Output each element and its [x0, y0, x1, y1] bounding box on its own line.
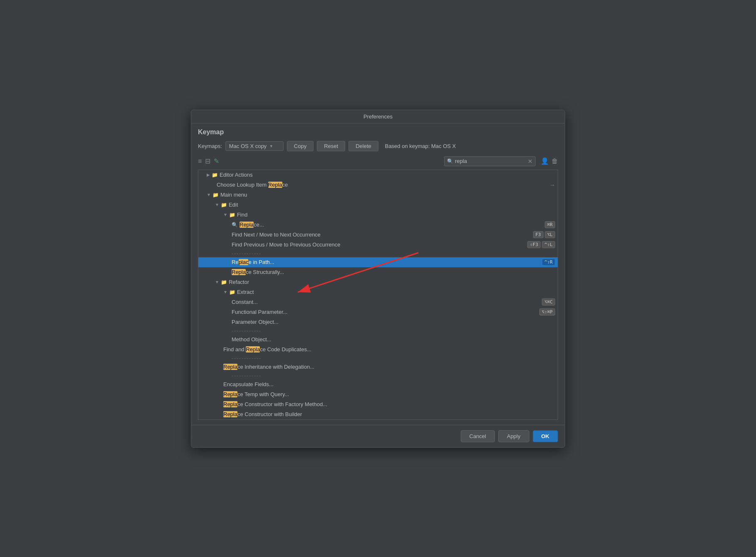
trash-icon[interactable]: 🗑 — [551, 158, 558, 165]
shortcut-badge-group: ^⇧R — [542, 259, 555, 266]
delete-button[interactable]: Delete — [348, 141, 378, 151]
expand-icon: ▼ — [215, 280, 219, 284]
key-badge: ^⇧R — [542, 259, 555, 266]
title-bar: Preferences — [191, 110, 565, 123]
folder-icon: 📁 — [212, 172, 218, 178]
copy-button[interactable]: Copy — [287, 141, 314, 151]
list-item[interactable]: Find and Replace Code Duplicates... — [198, 345, 558, 355]
highlight: plac — [239, 259, 249, 265]
key-badge: ⇧F3 — [527, 241, 541, 248]
expand-icon: ▼ — [223, 290, 227, 294]
item-label: Replace Structurally... — [232, 269, 284, 275]
list-item[interactable]: ▼ 📁 Refactor — [198, 277, 558, 287]
expand-icon: ▼ — [215, 202, 219, 207]
highlight: Repla — [223, 391, 237, 397]
highlight: Repla — [232, 269, 246, 275]
folder-icon: 📁 — [212, 192, 219, 198]
highlight: Repla — [240, 222, 254, 228]
filter-bar: ≡ ⊟ ✎ 🔍 ✕ 👤 🗑 — [198, 156, 558, 166]
keymap-toolbar: Keymaps: Mac OS X copy ▼ Copy Reset Dele… — [198, 141, 558, 151]
list-item[interactable]: Method Object... — [198, 335, 558, 345]
shortcut-badge-group: F3 ⌥L — [533, 231, 556, 238]
list-item[interactable]: Replace Structurally... — [198, 267, 558, 277]
list-item[interactable]: Find Previous / Move to Previous Occurre… — [198, 240, 558, 250]
search-box[interactable]: 🔍 ✕ — [444, 156, 536, 166]
list-item[interactable]: Constant... ⌥⌘C — [198, 297, 558, 307]
tree-area: ▶ 📁 Editor Actions Choose Lookup Item Re… — [198, 170, 558, 420]
apply-button[interactable]: Apply — [498, 430, 529, 442]
replace-in-path-item[interactable]: Replace in Path... ^⇧R — [198, 257, 558, 267]
dialog-footer: Cancel Apply OK — [191, 425, 565, 447]
search-icon: 🔍 — [447, 158, 453, 164]
keymap-selected-value: Mac OS X copy — [229, 143, 267, 149]
list-item[interactable]: Replace Constructor with Factory Method.… — [198, 399, 558, 409]
clear-search-icon[interactable]: ✕ — [528, 158, 533, 165]
tree-container: ▶ 📁 Editor Actions Choose Lookup Item Re… — [198, 170, 558, 420]
item-label: Find Next / Move to Next Occurrence — [232, 232, 321, 238]
collapse-all-icon[interactable]: ⊟ — [205, 157, 210, 165]
list-item[interactable]: Find Next / Move to Next Occurrence F3 ⌥… — [198, 230, 558, 240]
list-item[interactable]: Replace Temp with Query... — [198, 389, 558, 399]
key-badge: F3 — [533, 231, 544, 238]
list-item[interactable]: ▼ 📁 Main menu — [198, 190, 558, 200]
highlight: Repla — [246, 346, 260, 352]
list-item[interactable]: Replace Constructor with Builder — [198, 409, 558, 419]
item-label: Find — [237, 212, 247, 218]
folder-icon: 📁 — [229, 289, 235, 295]
list-item[interactable]: Parameter Object... — [198, 317, 558, 327]
item-label: Editor Actions — [220, 172, 253, 178]
dialog-title: Preferences — [363, 113, 393, 120]
ok-button[interactable]: OK — [533, 430, 558, 442]
shortcut-badge-group: ⌥⌘C — [542, 298, 555, 306]
item-label: Replace in Path... — [232, 259, 274, 265]
item-label: Encapsulate Fields... — [223, 381, 274, 387]
list-item: ------------ — [198, 327, 558, 335]
dropdown-arrow-icon: ▼ — [269, 144, 273, 148]
list-item[interactable]: ▼ 📁 Extract — [198, 287, 558, 297]
list-item[interactable]: ▼ 📁 Find — [198, 210, 558, 220]
item-label: Find and Replace Code Duplicates... — [223, 346, 311, 352]
list-item[interactable]: Encapsulate Fields... — [198, 380, 558, 389]
item-label: Replace Inheritance with Delegation... — [223, 364, 314, 370]
list-item: ------------ — [198, 355, 558, 362]
expand-icon: ▼ — [207, 192, 211, 197]
list-item[interactable]: Functional Parameter... ⌥⇧⌘P — [198, 307, 558, 317]
search-action-icon: 🔍 — [232, 222, 238, 228]
list-item[interactable]: Replace Inheritance with Delegation... — [198, 362, 558, 372]
list-item[interactable]: 🔍 Replace... ⌘R — [198, 220, 558, 230]
cancel-button[interactable]: Cancel — [461, 430, 495, 442]
item-label: Choose Lookup Item Replace — [217, 182, 288, 188]
preferences-dialog: Preferences Keymap Keymaps: Mac OS X cop… — [191, 110, 565, 448]
user-icon[interactable]: 👤 — [541, 157, 549, 165]
list-item: ------------ — [198, 250, 558, 257]
item-label: Replace Constructor with Factory Method.… — [223, 401, 327, 407]
list-item[interactable]: ▶ 📁 Editor Actions — [198, 170, 558, 180]
folder-icon: 📁 — [229, 212, 235, 218]
item-label: Method Object... — [232, 336, 271, 343]
jump-to-icon[interactable]: → — [549, 182, 555, 188]
item-label: Replace... — [240, 222, 264, 228]
item-label: Refactor — [229, 279, 249, 285]
item-label: Replace Constructor with Builder — [223, 411, 302, 417]
highlight: Repla — [223, 411, 237, 417]
based-on-label: Based on keymap: Mac OS X — [385, 143, 456, 149]
expand-icon: ▼ — [223, 212, 227, 217]
list-item[interactable]: Choose Lookup Item Replace → — [198, 180, 558, 190]
key-badge: ⌥⇧⌘P — [539, 308, 556, 315]
folder-icon: 📁 — [221, 279, 227, 285]
search-input[interactable] — [455, 158, 526, 164]
item-label: Edit — [229, 202, 238, 208]
filter-icons-group: ≡ ⊟ ✎ — [198, 157, 219, 165]
dialog-body: Keymap Keymaps: Mac OS X copy ▼ Copy Res… — [191, 123, 565, 425]
key-badge: ⌥⌘C — [542, 298, 555, 306]
reset-button[interactable]: Reset — [317, 141, 345, 151]
edit-icon[interactable]: ✎ — [214, 157, 219, 165]
item-label: Parameter Object... — [232, 319, 279, 325]
key-badge: ⌥L — [545, 231, 555, 238]
expand-all-icon[interactable]: ≡ — [198, 158, 202, 165]
shortcut-badge-group: ⌥⇧⌘P — [539, 308, 556, 315]
list-item[interactable]: ▼ 📁 Edit — [198, 200, 558, 210]
keymap-dropdown[interactable]: Mac OS X copy ▼ — [225, 141, 284, 151]
highlight: Repla — [268, 182, 282, 188]
folder-icon: 📁 — [221, 202, 227, 208]
